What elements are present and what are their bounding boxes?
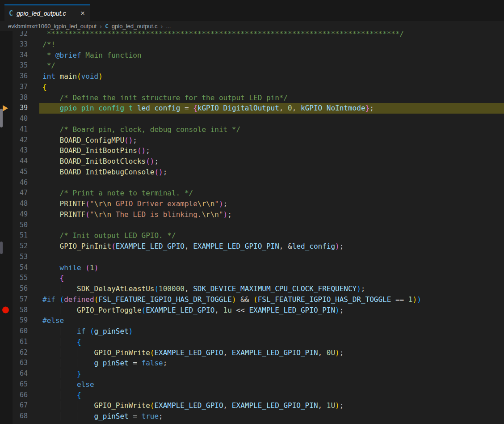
breadcrumb-item-file[interactable]: gpio_led_output.c [112, 23, 158, 30]
code-line[interactable]: 51 /* Init output LED GPIO. */ [0, 230, 504, 241]
code-line[interactable]: 60 if (g_pinSet) [0, 326, 504, 337]
glyph-margin[interactable] [0, 71, 13, 82]
code-text[interactable]: { [39, 273, 504, 284]
code-text[interactable]: #else [39, 315, 504, 326]
code-text[interactable]: GPIO_PinInit(EXAMPLE_LED_GPIO, EXAMPLE_L… [39, 241, 504, 252]
glyph-margin[interactable] [0, 93, 13, 103]
code-line[interactable]: 54 while (1) [0, 263, 504, 273]
code-text[interactable]: else [39, 379, 504, 390]
glyph-margin[interactable] [0, 305, 13, 316]
code-text[interactable]: SDK_DelayAtLeastUs(100000, SDK_DEVICE_MA… [39, 284, 504, 294]
code-line[interactable]: 61 { [0, 337, 504, 348]
glyph-margin[interactable] [0, 167, 13, 178]
glyph-margin[interactable] [0, 60, 13, 71]
code-text[interactable]: BOARD_ConfigMPU(); [39, 135, 504, 146]
code-line[interactable]: 55 { [0, 273, 504, 284]
code-text[interactable]: g_pinSet = false; [39, 358, 504, 369]
code-line[interactable]: 43 BOARD_InitBootPins(); [0, 145, 504, 156]
glyph-margin[interactable] [0, 348, 13, 358]
code-text[interactable]: gpio_pin_config_t led_config = {kGPIO_Di… [39, 103, 504, 114]
code-text[interactable]: /* Print a note to terminal. */ [39, 188, 504, 199]
glyph-margin[interactable] [0, 263, 13, 273]
code-text[interactable] [39, 178, 504, 188]
code-line[interactable]: 56 SDK_DelayAtLeastUs(100000, SDK_DEVICE… [0, 284, 504, 294]
code-text[interactable]: /* Init output LED GPIO. */ [39, 230, 504, 241]
glyph-margin[interactable] [0, 315, 13, 326]
breadcrumb-item-symbol[interactable]: ... [166, 23, 171, 30]
glyph-margin[interactable] [0, 369, 13, 379]
code-lines[interactable]: 32 *************************************… [0, 31, 504, 422]
glyph-margin[interactable] [0, 379, 13, 390]
code-line[interactable]: 62 GPIO_PinWrite(EXAMPLE_LED_GPIO, EXAMP… [0, 348, 504, 358]
code-line[interactable]: 41 /* Board pin, clock, debug console in… [0, 124, 504, 135]
code-line[interactable]: 48 PRINTF("\r\n GPIO Driver example\r\n"… [0, 199, 504, 209]
code-line[interactable]: 63 g_pinSet = false; [0, 358, 504, 369]
code-line[interactable]: 64 } [0, 369, 504, 379]
editor-tab-gpio-led-output[interactable]: C gpio_led_output.c × [4, 4, 90, 21]
glyph-margin[interactable] [0, 400, 13, 411]
editor[interactable]: 32 *************************************… [0, 31, 504, 424]
code-line[interactable]: 42 BOARD_ConfigMPU(); [0, 135, 504, 146]
glyph-margin[interactable] [0, 220, 13, 231]
code-line[interactable]: 49 PRINTF("\r\n The LED is blinking.\r\n… [0, 209, 504, 220]
glyph-margin[interactable] [0, 178, 13, 188]
code-text[interactable]: while (1) [39, 263, 504, 273]
code-text[interactable]: { [39, 82, 504, 93]
glyph-margin[interactable] [0, 188, 13, 199]
code-line[interactable]: 58 GPIO_PortToggle(EXAMPLE_LED_GPIO, 1u … [0, 305, 504, 316]
code-text[interactable]: PRINTF("\r\n GPIO Driver example\r\n"); [39, 199, 504, 209]
code-line[interactable]: 32 *************************************… [0, 31, 504, 39]
code-text[interactable]: ****************************************… [39, 31, 504, 39]
glyph-margin[interactable] [0, 337, 13, 348]
glyph-margin[interactable] [0, 50, 13, 61]
close-icon[interactable]: × [80, 9, 86, 17]
glyph-margin[interactable] [0, 156, 13, 167]
glyph-margin[interactable] [0, 135, 13, 146]
code-text[interactable] [39, 252, 504, 263]
code-text[interactable]: GPIO_PortToggle(EXAMPLE_LED_GPIO, 1u << … [39, 305, 504, 316]
glyph-margin[interactable] [0, 209, 13, 220]
code-text[interactable]: /* Board pin, clock, debug console init … [39, 124, 504, 135]
glyph-margin[interactable] [0, 294, 13, 305]
code-text[interactable]: PRINTF("\r\n The LED is blinking.\r\n"); [39, 209, 504, 220]
glyph-margin[interactable] [0, 358, 13, 369]
glyph-margin[interactable] [0, 273, 13, 284]
breakpoint-icon[interactable] [2, 307, 9, 314]
code-line[interactable]: 59#else [0, 315, 504, 326]
breadcrumb-item-folder[interactable]: evkbmimxrt1060_igpio_led_output [8, 23, 97, 30]
code-line[interactable]: 34 * @brief Main function [0, 50, 504, 61]
code-line[interactable]: 36int main(void) [0, 71, 504, 82]
glyph-margin[interactable] [0, 39, 13, 50]
glyph-margin[interactable] [0, 326, 13, 337]
code-line[interactable]: 33/*! [0, 39, 504, 50]
glyph-margin[interactable] [0, 145, 13, 156]
code-line[interactable]: 57#if (defined(FSL_FEATURE_IGPIO_HAS_DR_… [0, 294, 504, 305]
glyph-margin[interactable] [0, 390, 13, 401]
code-text[interactable]: } [39, 369, 504, 379]
code-text[interactable] [39, 220, 504, 231]
code-text[interactable]: { [39, 390, 504, 401]
code-text[interactable]: if (g_pinSet) [39, 326, 504, 337]
code-line[interactable]: 38 /* Define the init structure for the … [0, 93, 504, 103]
code-line[interactable]: 68 g_pinSet = true; [0, 411, 504, 422]
code-text[interactable]: /*! [39, 39, 504, 50]
glyph-margin[interactable] [0, 82, 13, 93]
code-line[interactable]: 37{ [0, 82, 504, 93]
code-line[interactable]: 44 BOARD_InitBootClocks(); [0, 156, 504, 167]
code-text[interactable]: #if (defined(FSL_FEATURE_IGPIO_HAS_DR_TO… [39, 294, 504, 305]
code-text[interactable]: GPIO_PinWrite(EXAMPLE_LED_GPIO, EXAMPLE_… [39, 400, 504, 411]
glyph-margin[interactable] [0, 411, 13, 422]
glyph-margin[interactable] [0, 230, 13, 241]
code-text[interactable] [39, 114, 504, 124]
code-line[interactable]: 45 BOARD_InitDebugConsole(); [0, 167, 504, 178]
code-line[interactable]: 65 else [0, 379, 504, 390]
code-text[interactable]: * @brief Main function [39, 50, 504, 61]
code-text[interactable]: BOARD_InitDebugConsole(); [39, 167, 504, 178]
code-line[interactable]: 39 gpio_pin_config_t led_config = {kGPIO… [0, 103, 504, 114]
code-text[interactable]: { [39, 337, 504, 348]
code-line[interactable]: 40 [0, 114, 504, 124]
glyph-margin[interactable] [0, 31, 13, 39]
glyph-margin[interactable] [0, 199, 13, 209]
code-line[interactable]: 52 GPIO_PinInit(EXAMPLE_LED_GPIO, EXAMPL… [0, 241, 504, 252]
code-line[interactable]: 47 /* Print a note to terminal. */ [0, 188, 504, 199]
